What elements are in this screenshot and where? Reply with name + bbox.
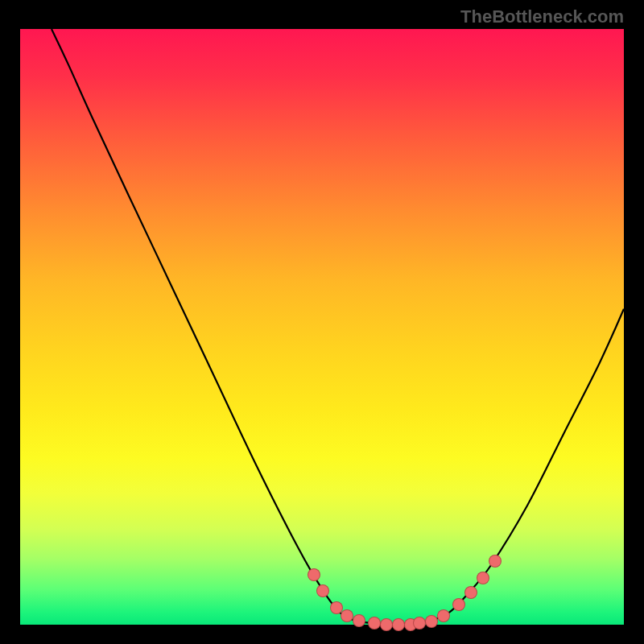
data-marker: [308, 568, 320, 581]
data-marker: [489, 555, 502, 568]
marker-layer: [20, 29, 624, 625]
data-marker: [380, 618, 393, 631]
data-marker: [425, 615, 438, 628]
data-marker: [353, 614, 365, 627]
data-marker: [452, 598, 465, 611]
data-marker: [341, 609, 353, 622]
data-marker: [437, 609, 450, 622]
data-marker: [368, 617, 381, 630]
data-marker: [413, 617, 426, 630]
data-marker: [392, 618, 405, 631]
data-marker: [464, 586, 477, 599]
site-watermark: TheBottleneck.com: [460, 6, 624, 27]
data-marker: [316, 584, 329, 597]
data-marker: [477, 572, 489, 584]
